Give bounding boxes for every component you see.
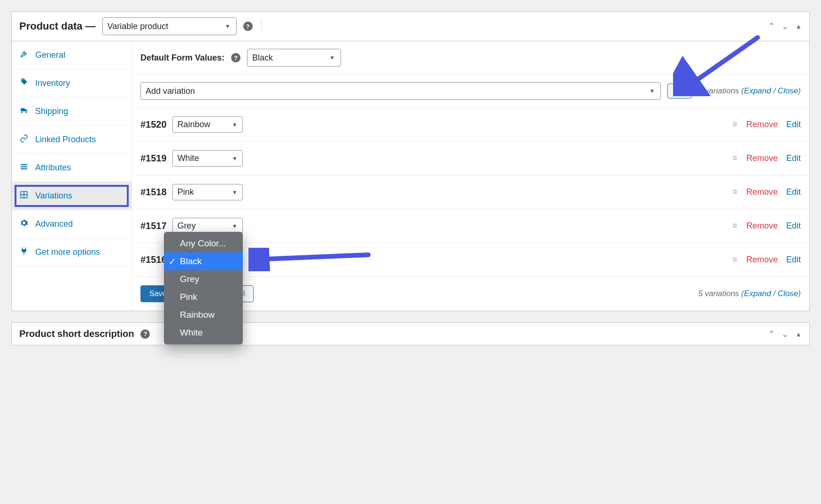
sidebar-item-attributes[interactable]: Attributes [12,154,132,182]
sidebar-item-label: Attributes [35,163,71,173]
default-form-value: Black [252,53,273,63]
panel-title: Product short description [19,328,134,339]
dropdown-option[interactable]: Grey [164,270,243,288]
help-icon[interactable]: ? [140,329,150,339]
sidebar-item-label: Inventory [35,78,70,88]
remove-link[interactable]: Remove [746,221,778,231]
drag-handle-icon[interactable]: ≡ [732,120,738,130]
drag-handle-icon[interactable]: ≡ [732,221,738,231]
sidebar-item-label: Get more options [35,247,100,257]
remove-link[interactable]: Remove [746,187,778,197]
variation-color-select[interactable]: White ▼ [172,150,243,167]
drag-handle-icon[interactable]: ≡ [732,255,738,265]
variation-row: #1518 Pink ▼ ≡ Remove Edit [132,176,809,209]
dropdown-option[interactable]: Pink [164,288,243,306]
collapse-down-icon[interactable]: ⌄ [782,329,789,339]
sidebar-item-label: Variations [35,191,72,201]
variation-color-value: Grey [178,221,196,230]
sidebar-item-label: General [35,50,65,60]
panel-toggle-icon[interactable]: ▲ [795,23,802,30]
panel-title: Product data — [19,20,96,32]
variations-status: 5 variations (Expand / Close) [698,86,801,96]
default-form-select[interactable]: Black ▼ [247,49,341,67]
bulk-action-select[interactable]: Add variation ▼ [140,82,661,100]
sidebar-item-get-more-options[interactable]: Get more options [12,238,132,267]
variation-color-select[interactable]: Pink ▼ [172,184,243,200]
product-short-description-panel: Product short description ? ⌃ ⌄ ▲ [11,322,810,345]
expand-link[interactable]: Expand [744,86,771,95]
sidebar-item-advanced[interactable]: Advanced [12,210,132,238]
help-icon[interactable]: ? [243,22,253,31]
grid-icon [19,191,29,201]
edit-link[interactable]: Edit [786,120,801,130]
panel-header: Product short description ? ⌃ ⌄ ▲ [12,323,809,345]
variation-row: #1520 Rainbow ▼ ≡ Remove Edit [132,108,809,142]
plug-icon [19,247,29,258]
variation-id: #1517 [140,221,167,231]
chevron-down-icon: ▼ [225,23,231,30]
close-link[interactable]: Close [778,86,798,95]
variation-id: #1518 [140,187,167,198]
tag-icon [19,78,29,89]
dropdown-option[interactable]: White [164,324,243,342]
variation-actions: ≡ Remove Edit [732,221,801,231]
sidebar-item-linked-products[interactable]: Linked Products [12,126,132,154]
remove-link[interactable]: Remove [746,255,778,265]
variations-status-bottom: 5 variations (Expand / Close) [698,289,801,298]
sidebar-item-shipping[interactable]: Shipping [12,98,132,126]
panel-toggles: ⌃ ⌄ ▲ [768,21,802,31]
drag-handle-icon[interactable]: ≡ [732,153,738,163]
variation-id: #1519 [140,153,167,164]
collapse-down-icon[interactable]: ⌄ [782,21,789,31]
dropdown-option[interactable]: Rainbow [164,306,243,324]
remove-link[interactable]: Remove [746,153,778,163]
dropdown-option[interactable]: Any Color... [164,235,243,252]
wrench-icon [19,50,29,61]
edit-link[interactable]: Edit [786,187,801,197]
sidebar-item-label: Linked Products [35,135,96,145]
expand-link[interactable]: Expand [744,289,771,298]
sidebar-item-general[interactable]: General [12,41,132,69]
variation-id: #1520 [140,119,167,130]
chevron-down-icon: ▼ [232,122,238,128]
panel-toggle-icon[interactable]: ▲ [795,330,802,338]
product-type-select[interactable]: Variable product ▼ [102,17,237,35]
edit-link[interactable]: Edit [786,153,801,163]
close-link[interactable]: Close [778,289,798,298]
color-dropdown-menu: Any Color... Black Grey Pink Rainbow Whi… [164,232,243,344]
truck-icon [19,106,29,117]
variation-id: #1516 [140,254,167,265]
svg-rect-1 [21,166,27,167]
variation-row: #1519 White ▼ ≡ Remove Edit [132,142,809,176]
sidebar-item-variations[interactable]: Variations [12,182,132,210]
remove-link[interactable]: Remove [746,120,778,130]
edit-link[interactable]: Edit [786,221,801,231]
go-button[interactable]: Go [667,84,691,99]
drag-handle-icon[interactable]: ≡ [732,187,738,197]
variation-actions: ≡ Remove Edit [732,187,801,197]
svg-rect-0 [21,164,27,165]
gear-icon [19,219,29,229]
variation-row: #1517 Grey ▼ ≡ Remove Edit Any Color... … [132,209,809,243]
sidebar-item-inventory[interactable]: Inventory [12,69,132,98]
bulk-action-row: Add variation ▼ Go 5 variations (Expand … [132,75,809,108]
default-form-values-row: Default Form Values: ? Black ▼ [132,41,809,75]
product-data-panel: Product data — Variable product ▼ ? ⌃ ⌄ … [11,11,810,311]
variation-actions: ≡ Remove Edit [732,255,801,265]
dropdown-option[interactable]: Black [164,252,243,270]
edit-link[interactable]: Edit [786,255,801,265]
variation-actions: ≡ Remove Edit [732,153,801,163]
variation-color-value: Rainbow [178,120,210,129]
help-icon[interactable]: ? [231,53,240,62]
variations-count: 5 variations [698,86,739,95]
collapse-up-icon[interactable]: ⌃ [768,21,775,31]
panel-header: Product data — Variable product ▼ ? ⌃ ⌄ … [12,12,809,41]
variation-color-value: Pink [178,187,194,197]
divider [261,20,262,33]
list-icon [19,162,29,173]
collapse-up-icon[interactable]: ⌃ [768,329,775,339]
panel-title-sep: — [85,20,96,32]
bulk-action-value: Add variation [146,86,195,96]
variation-color-select[interactable]: Rainbow ▼ [172,116,243,133]
chevron-down-icon: ▼ [232,223,238,229]
